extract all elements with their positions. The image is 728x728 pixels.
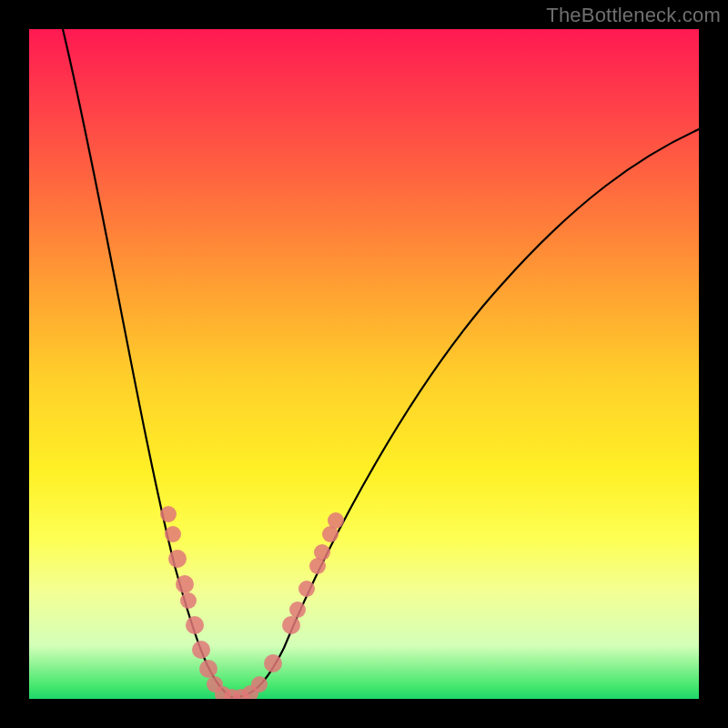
curve-group xyxy=(63,29,699,697)
marker-dot xyxy=(251,676,268,693)
marker-dot xyxy=(165,526,181,542)
marker-dot xyxy=(282,616,300,634)
marker-dot xyxy=(264,654,282,672)
marker-dot xyxy=(298,581,315,597)
marker-dot xyxy=(186,616,204,634)
chart-outer-frame: TheBottleneck.com xyxy=(0,0,728,728)
marker-dot xyxy=(314,544,330,561)
marker-dot xyxy=(160,506,177,522)
marker-dot xyxy=(199,660,217,678)
marker-dot xyxy=(192,641,210,659)
marker-dot xyxy=(328,512,344,529)
marker-dot xyxy=(289,602,306,618)
bottleneck-curve xyxy=(63,29,699,697)
marker-group xyxy=(160,506,344,699)
marker-dot xyxy=(176,575,194,593)
chart-plot-area xyxy=(29,29,699,699)
marker-dot xyxy=(180,592,197,609)
watermark-text: TheBottleneck.com xyxy=(546,4,721,27)
chart-svg xyxy=(29,29,699,699)
marker-dot xyxy=(168,550,187,568)
